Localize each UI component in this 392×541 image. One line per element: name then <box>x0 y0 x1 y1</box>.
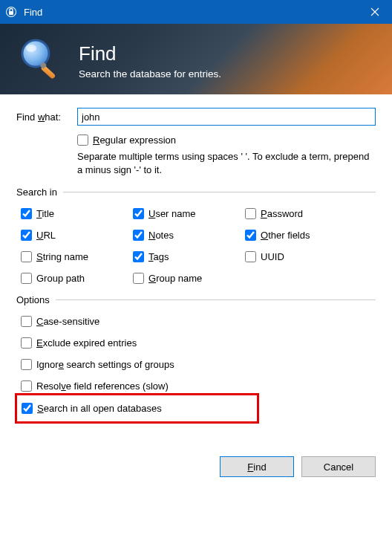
chk-username[interactable]: User name <box>133 208 245 219</box>
regex-checkbox-input[interactable] <box>77 135 88 146</box>
close-icon <box>370 7 379 16</box>
regex-checkbox[interactable]: Regular expression <box>77 135 376 146</box>
svg-point-3 <box>22 40 49 67</box>
button-row: Find Cancel <box>0 452 392 485</box>
find-what-input[interactable] <box>77 108 376 126</box>
chk-stringname[interactable]: String name <box>21 251 133 262</box>
chk-groupname[interactable]: Group name <box>133 273 245 284</box>
help-text: Separate multiple terms using spaces ' '… <box>77 150 376 176</box>
svg-rect-2 <box>9 11 13 15</box>
find-what-label: Find what: <box>16 111 77 123</box>
chk-title[interactable]: Title <box>21 208 133 219</box>
chk-search-all-open[interactable]: Search in all open databases <box>22 403 251 414</box>
banner-title: Find <box>79 42 221 65</box>
search-all-open-highlight: Search in all open databases <box>15 393 259 424</box>
options-group: Options Case-sensitive Exclude expired e… <box>16 294 376 435</box>
cancel-button[interactable]: Cancel <box>301 456 376 477</box>
banner: Find Search the database for entries. <box>0 24 392 94</box>
chk-tags[interactable]: Tags <box>133 251 245 262</box>
chk-grouppath[interactable]: Group path <box>21 273 133 284</box>
close-button[interactable] <box>358 0 392 24</box>
svg-point-4 <box>26 45 36 52</box>
dialog-content: Find what: Regular expression Separate m… <box>0 94 392 452</box>
search-in-legend: Search in <box>16 187 63 198</box>
chk-exclude-expired[interactable]: Exclude expired entries <box>21 337 376 349</box>
chk-case-sensitive[interactable]: Case-sensitive <box>21 316 376 327</box>
chk-url[interactable]: URL <box>21 230 133 241</box>
chk-ignore-search-settings[interactable]: Ignore search settings of groups <box>21 359 376 370</box>
banner-subtitle: Search the database for entries. <box>79 68 221 80</box>
chk-uuid[interactable]: UUID <box>245 251 357 262</box>
chk-notes[interactable]: Notes <box>133 230 245 241</box>
window-title: Find <box>24 7 358 18</box>
title-bar: Find <box>0 0 392 24</box>
chk-otherfields[interactable]: Other fields <box>245 230 357 241</box>
options-legend: Options <box>16 294 56 305</box>
search-in-group: Search in Title User name Password URL N… <box>16 187 376 288</box>
regex-label: Regular expression <box>93 135 176 146</box>
magnifier-icon <box>15 34 65 85</box>
chk-resolve-field-refs[interactable]: Resolve field references (slow) <box>21 380 376 392</box>
find-button[interactable]: Find <box>220 456 294 477</box>
app-lock-icon <box>4 5 18 19</box>
chk-password[interactable]: Password <box>245 208 357 219</box>
